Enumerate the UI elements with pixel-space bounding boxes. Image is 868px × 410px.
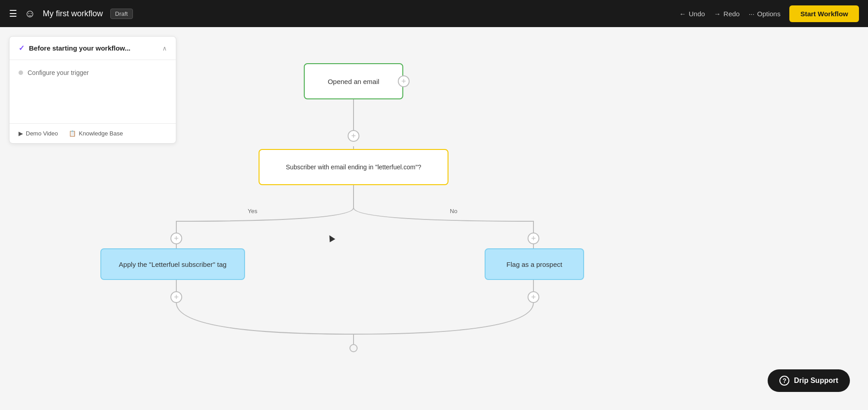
video-icon: ▶ — [19, 130, 23, 137]
cursor — [328, 235, 334, 241]
drip-support-button[interactable]: ? Drip Support — [768, 369, 850, 392]
sidebar-footer: ▶ Demo Video 📋 Knowledge Base — [9, 123, 176, 143]
sidebar-header-left: ✓ Before starting your workflow... — [19, 44, 130, 52]
knowledge-base-button[interactable]: 📋 Knowledge Base — [69, 130, 123, 137]
add-node-no-branch[interactable]: + — [528, 233, 539, 244]
merge-node — [349, 344, 358, 352]
action-yes-node[interactable]: Apply the "Letterfuel subscriber" tag — [100, 248, 245, 280]
more-icon: ··· — [749, 10, 755, 18]
start-workflow-button[interactable]: Start Workflow — [789, 5, 859, 22]
demo-video-button[interactable]: ▶ Demo Video — [19, 130, 58, 137]
sidebar-panel: ✓ Before starting your workflow... ∧ Con… — [9, 36, 176, 144]
add-trigger-right[interactable]: + — [398, 75, 410, 87]
undo-icon: ← — [679, 10, 686, 18]
trigger-dot — [19, 70, 23, 75]
check-icon: ✓ — [19, 44, 24, 52]
undo-button[interactable]: ← Undo — [679, 10, 705, 18]
action-no-node[interactable]: Flag as a prospect — [485, 248, 584, 280]
no-branch-label: No — [450, 208, 458, 214]
sidebar-body: Configure your trigger — [9, 60, 176, 123]
workflow-canvas: ✓ Before starting your workflow... ∧ Con… — [0, 27, 868, 410]
yes-branch-label: Yes — [248, 208, 257, 214]
trigger-item: Configure your trigger — [19, 69, 167, 76]
logo-icon[interactable]: ☺ — [24, 7, 36, 20]
add-node-after-yes-action[interactable]: + — [170, 291, 182, 303]
collapse-icon[interactable]: ∧ — [162, 45, 167, 52]
redo-icon: → — [714, 10, 721, 18]
options-button[interactable]: ··· Options — [749, 10, 780, 18]
redo-button[interactable]: → Redo — [714, 10, 740, 18]
header: ☰ ☺ My first workflow Draft ← Undo → Red… — [0, 0, 868, 27]
add-node-yes-branch[interactable]: + — [170, 233, 182, 244]
trigger-node[interactable]: Opened an email — [304, 63, 403, 99]
header-actions: ← Undo → Redo ··· Options Start Workflow — [679, 5, 859, 22]
sidebar-header: ✓ Before starting your workflow... ∧ — [9, 37, 176, 60]
workflow-title: My first workflow — [43, 9, 103, 19]
menu-icon[interactable]: ☰ — [9, 8, 17, 19]
draft-badge: Draft — [110, 9, 133, 19]
condition-node[interactable]: Subscriber with email ending in "letterf… — [259, 149, 448, 185]
sidebar-title: Before starting your workflow... — [29, 44, 130, 52]
book-icon: 📋 — [69, 130, 76, 137]
add-node-after-no-action[interactable]: + — [528, 291, 539, 303]
help-icon: ? — [779, 376, 789, 386]
add-node-after-trigger[interactable]: + — [348, 130, 359, 142]
trigger-label: Configure your trigger — [28, 69, 89, 76]
